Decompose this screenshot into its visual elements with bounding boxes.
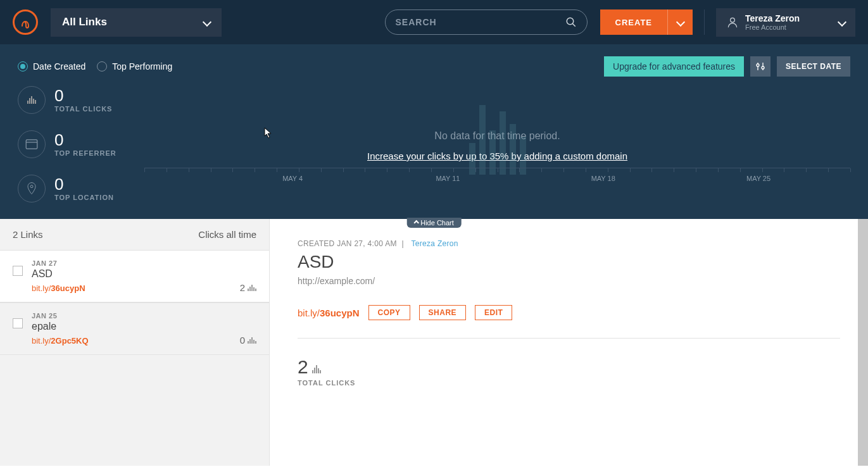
account-tier: Free Account <box>745 23 839 31</box>
create-dropdown-button[interactable] <box>667 9 693 35</box>
link-item[interactable]: JAN 25 epale bit.ly/2Gpc5KQ 0 <box>0 302 269 355</box>
account-menu[interactable]: Tereza Zeron Free Account <box>716 8 855 37</box>
svg-point-5 <box>757 64 759 66</box>
detail-long-url[interactable]: http://example.com/ <box>298 276 840 286</box>
account-name: Tereza Zeron <box>745 13 839 23</box>
link-short-url: bit.ly/2Gpc5KQ <box>32 336 256 346</box>
svg-point-9 <box>30 185 33 188</box>
svg-point-2 <box>731 18 735 22</box>
link-short-url: bit.ly/36ucypN <box>32 283 256 293</box>
create-button-group: CREATE <box>600 9 693 35</box>
select-date-button[interactable]: SELECT DATE <box>777 56 850 77</box>
chevron-down-icon <box>676 18 684 27</box>
detail-author-link[interactable]: Tereza Zeron <box>411 239 458 248</box>
link-checkbox[interactable] <box>13 266 23 276</box>
link-list-pane: 2 Links Clicks all time JAN 27 ASD bit.l… <box>0 219 270 466</box>
detail-pane: CREATED JAN 27, 4:00 AM | Tereza Zeron A… <box>270 219 868 466</box>
chevron-down-icon <box>838 18 846 27</box>
search-input[interactable] <box>396 17 565 27</box>
filter-top-performing[interactable]: Top Performing <box>97 61 172 72</box>
detail-short-url[interactable]: bit.ly/36ucypN <box>298 308 360 318</box>
separator <box>704 9 705 35</box>
filter-row: Date Created Top Performing Upgrade for … <box>18 52 850 81</box>
stat-list: 0TOTAL CLICKS 0TOP REFERRER 0TOP LOCATIO… <box>18 86 144 219</box>
link-checkbox[interactable] <box>13 318 23 328</box>
edit-button[interactable]: EDIT <box>475 305 512 320</box>
location-pin-icon <box>18 175 46 202</box>
link-click-count: 2 <box>240 282 256 293</box>
link-click-count: 0 <box>240 335 256 346</box>
bitly-logo[interactable] <box>13 9 38 35</box>
sliders-icon <box>755 61 765 72</box>
search-box[interactable] <box>385 9 588 35</box>
bars-icon <box>312 365 321 373</box>
chart-bg-bars <box>469 105 526 175</box>
stat-top-referrer: 0TOP REFERRER <box>18 130 144 158</box>
svg-line-1 <box>572 23 576 27</box>
svg-point-6 <box>762 66 764 69</box>
settings-filter-button[interactable] <box>750 56 771 77</box>
dashboard-panel: Date Created Top Performing Upgrade for … <box>0 44 868 219</box>
chart-area: No data for that time period. Increase y… <box>144 86 850 219</box>
browser-icon <box>18 130 46 158</box>
link-title: epale <box>32 321 256 332</box>
detail-total-label: TOTAL CLICKS <box>298 379 840 387</box>
svg-point-0 <box>567 18 574 25</box>
filter-date-created[interactable]: Date Created <box>18 61 85 72</box>
stat-total-clicks: 0TOTAL CLICKS <box>18 86 144 114</box>
links-dropdown-label: All Links <box>62 16 107 28</box>
detail-title: ASD <box>298 252 840 272</box>
bars-icon <box>18 86 46 114</box>
top-bar: All Links CREATE Tereza Zeron Free Accou… <box>0 0 868 44</box>
divider <box>298 338 840 339</box>
lower-panel: 2 Links Clicks all time JAN 27 ASD bit.l… <box>0 219 868 466</box>
timeline-axis: MAY 4 MAY 11 MAY 18 MAY 25 <box>144 168 850 185</box>
link-count-label: 2 Links <box>13 229 43 240</box>
link-title: ASD <box>32 268 256 280</box>
sort-label[interactable]: Clicks all time <box>198 229 256 240</box>
share-button[interactable]: SHARE <box>419 305 467 320</box>
links-dropdown[interactable]: All Links <box>51 8 222 37</box>
upgrade-button[interactable]: Upgrade for advanced features <box>604 56 744 77</box>
copy-button[interactable]: COPY <box>368 305 410 320</box>
search-icon <box>565 16 577 28</box>
create-button[interactable]: CREATE <box>600 9 667 35</box>
detail-total-clicks: 2 <box>298 356 840 378</box>
detail-meta: CREATED JAN 27, 4:00 AM | Tereza Zeron <box>298 239 840 248</box>
scrollbar[interactable] <box>858 219 868 466</box>
svg-rect-7 <box>26 140 37 149</box>
chevron-down-icon <box>203 18 211 27</box>
link-date: JAN 27 <box>32 259 256 267</box>
bars-icon <box>248 337 256 344</box>
stat-top-location: 0TOP LOCATION <box>18 175 144 202</box>
link-item[interactable]: JAN 27 ASD bit.ly/36ucypN 2 <box>0 250 269 302</box>
bars-icon <box>248 285 256 291</box>
link-date: JAN 25 <box>32 312 256 320</box>
person-icon <box>726 16 739 28</box>
